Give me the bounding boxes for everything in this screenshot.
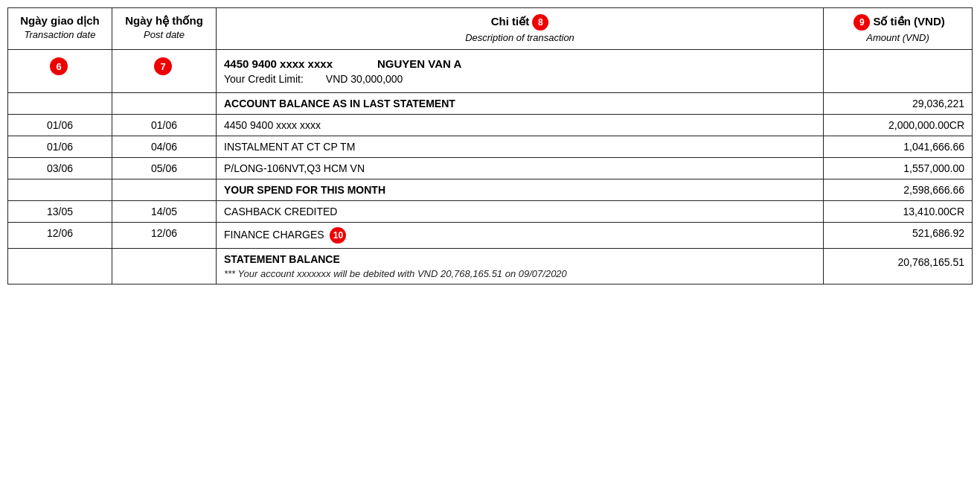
balance-label: ACCOUNT BALANCE AS IN LAST STATEMENT	[224, 98, 455, 109]
finance-desc-text: FINANCE CHARGES	[224, 229, 324, 241]
stmbal-desc: STATEMENT BALANCE *** Your account xxxxx…	[217, 249, 824, 284]
balance-date-col1	[8, 93, 112, 115]
spend-date-col1	[8, 179, 112, 201]
account-info-row: 6 7 4450 9400 xxxx xxxx NGUYEN VAN A You…	[8, 50, 973, 93]
transaction-row-cashback: 13/05 14/05 CASHBACK CREDITED 13,410.00C…	[8, 201, 973, 223]
spend-amount: 2,598,666.66	[824, 179, 973, 201]
stmbal-date-col2	[112, 249, 217, 284]
t1-postdate: 01/06	[112, 115, 217, 136]
statement-table: Ngày giao dịch Transaction date Ngày hệ …	[7, 7, 973, 284]
col-amount-header: 9 Số tiền (VND) Amount (VND)	[824, 8, 973, 50]
credit-limit-label: Your Credit Limit:	[224, 73, 304, 85]
transaction-row-2: 01/06 04/06 INSTALMENT AT CT CP TM 1,041…	[8, 136, 973, 158]
col-date-header: Ngày giao dịch Transaction date	[8, 8, 112, 50]
finance-postdate: 12/06	[112, 223, 217, 249]
t3-desc: P/LONG-106NVT,Q3 HCM VN	[217, 158, 824, 179]
balance-amount: 29,036,221	[824, 93, 973, 115]
t1-desc: 4450 9400 xxxx xxxx	[217, 115, 824, 136]
col-desc-header: Chi tiết8 Description of transaction	[217, 8, 824, 50]
spend-row: YOUR SPEND FOR THIS MONTH 2,598,666.66	[8, 179, 973, 201]
badge-col2-cell: 7	[112, 50, 217, 93]
balance-desc: ACCOUNT BALANCE AS IN LAST STATEMENT	[217, 93, 824, 115]
cashback-desc: CASHBACK CREDITED	[217, 201, 824, 223]
cashback-postdate: 14/05	[112, 201, 217, 223]
t2-date: 01/06	[8, 136, 112, 158]
col-amount-badge: 9	[854, 14, 870, 31]
credit-limit-value: VND 30,000,000	[326, 73, 403, 85]
statement-balance-row: STATEMENT BALANCE *** Your account xxxxx…	[8, 249, 973, 284]
card-number: 4450 9400 xxxx xxxx	[224, 57, 333, 70]
transaction-row-3: 03/06 05/06 P/LONG-106NVT,Q3 HCM VN 1,55…	[8, 158, 973, 179]
stmbal-date-col1	[8, 249, 112, 284]
holder-name: NGUYEN VAN A	[377, 57, 461, 70]
finance-desc: FINANCE CHARGES 10	[217, 223, 824, 249]
stmbal-footnote: *** Your account xxxxxxx will be debited…	[224, 268, 816, 279]
cashback-date: 13/05	[8, 201, 112, 223]
col-desc-badge: 8	[532, 14, 548, 31]
header-row: Ngày giao dịch Transaction date Ngày hệ …	[8, 8, 973, 50]
col-desc-sub-label: Description of transaction	[224, 32, 816, 43]
col-amount-sub-label: Amount (VND)	[831, 32, 964, 43]
t3-postdate: 05/06	[112, 158, 217, 179]
col-postdate-header: Ngày hệ thống Post date	[112, 8, 217, 50]
t2-amount: 1,041,666.66	[824, 136, 973, 158]
badge-6: 6	[50, 57, 68, 75]
account-info-amount	[824, 50, 973, 93]
col-amount-main-label: Số tiền (VND)	[873, 15, 944, 28]
col-postdate-sub-label: Post date	[120, 29, 208, 40]
t1-amount: 2,000,000.00CR	[824, 115, 973, 136]
badge-col1-cell: 6	[8, 50, 112, 93]
spend-desc: YOUR SPEND FOR THIS MONTH	[217, 179, 824, 201]
col-desc-main-label: Chi tiết	[491, 15, 530, 28]
col-postdate-main-label: Ngày hệ thống	[125, 14, 203, 27]
spend-date-col2	[112, 179, 217, 201]
finance-date: 12/06	[8, 223, 112, 249]
t3-date: 03/06	[8, 158, 112, 179]
badge-7: 7	[154, 57, 172, 75]
spend-label: YOUR SPEND FOR THIS MONTH	[224, 184, 385, 196]
col-date-sub-label: Transaction date	[16, 29, 104, 40]
stmbal-label: STATEMENT BALANCE	[224, 253, 340, 265]
transaction-row-finance: 12/06 12/06 FINANCE CHARGES 10 521,686.9…	[8, 223, 973, 249]
cashback-amount: 13,410.00CR	[824, 201, 973, 223]
finance-badge-10: 10	[330, 227, 346, 244]
stmbal-amount: 20,768,165.51	[824, 249, 973, 284]
t1-date: 01/06	[8, 115, 112, 136]
t2-postdate: 04/06	[112, 136, 217, 158]
col-date-main-label: Ngày giao dịch	[20, 14, 100, 27]
account-info-desc: 4450 9400 xxxx xxxx NGUYEN VAN A Your Cr…	[217, 50, 824, 93]
finance-amount: 521,686.92	[824, 223, 973, 249]
t2-desc: INSTALMENT AT CT CP TM	[217, 136, 824, 158]
t3-amount: 1,557,000.00	[824, 158, 973, 179]
account-balance-row: ACCOUNT BALANCE AS IN LAST STATEMENT 29,…	[8, 93, 973, 115]
balance-date-col2	[112, 93, 217, 115]
transaction-row-1: 01/06 01/06 4450 9400 xxxx xxxx 2,000,00…	[8, 115, 973, 136]
